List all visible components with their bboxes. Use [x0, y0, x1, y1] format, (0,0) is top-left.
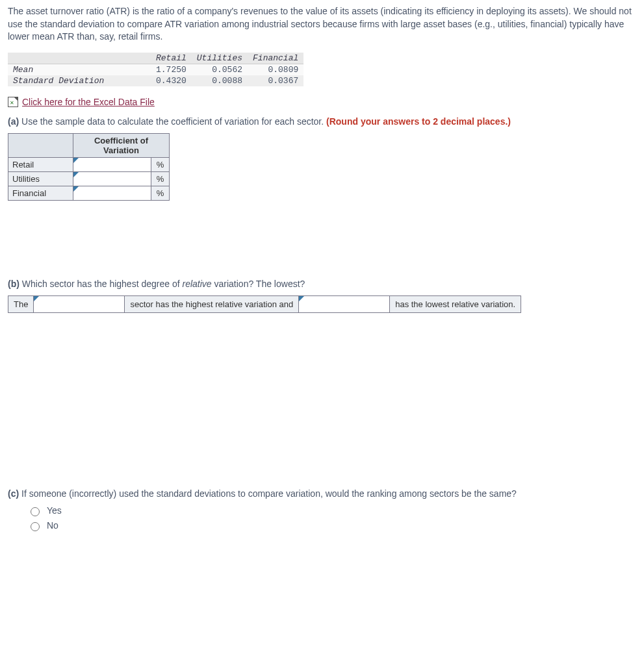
- part-c-radio-group: Yes No: [8, 505, 636, 531]
- sentence-tail: has the lowest relative variation.: [390, 295, 521, 312]
- cv-retail-input[interactable]: [73, 158, 151, 171]
- part-a-text: (a) Use the sample data to calculate the…: [8, 116, 636, 127]
- radio-no-input[interactable]: [31, 522, 40, 531]
- input-flag-icon: [73, 186, 79, 192]
- lowest-sector-input[interactable]: [299, 296, 389, 312]
- radio-yes-input[interactable]: [31, 507, 40, 516]
- cv-answer-table: Coefficient of Variation Retail % Utilit…: [8, 133, 170, 201]
- part-c-label: (c): [8, 488, 19, 499]
- cv-financial-unit: %: [151, 186, 170, 200]
- highest-sector-input[interactable]: [34, 296, 124, 312]
- part-a-question: Use the sample data to calculate the coe…: [19, 116, 326, 127]
- cv-retail-unit: %: [151, 157, 170, 171]
- part-a-label: (a): [8, 116, 19, 127]
- radio-yes-row[interactable]: Yes: [27, 505, 636, 516]
- part-b-sentence-table: The sector has the highest relative vari…: [8, 295, 521, 313]
- data-mean-utilities: 0.0562: [192, 64, 248, 75]
- excel-data-link[interactable]: Click here for the Excel Data File: [8, 97, 155, 107]
- data-row-sd-label: Standard Deviation: [8, 75, 151, 86]
- part-a-instruction: (Round your answers to 2 decimal places.…: [326, 116, 511, 127]
- atr-data-table: Retail Utilities Financial Mean 1.7250 0…: [8, 53, 303, 86]
- radio-no-row[interactable]: No: [27, 520, 636, 531]
- cv-header: Coefficient of Variation: [73, 133, 170, 157]
- lowest-blank-cell: [299, 295, 390, 312]
- cv-financial-input[interactable]: [73, 186, 151, 200]
- part-c-block: (c) If someone (incorrectly) used the st…: [8, 488, 636, 531]
- cv-table-blank-header: [8, 133, 73, 157]
- sentence-lead: The: [8, 295, 34, 312]
- input-flag-icon: [34, 296, 39, 301]
- input-flag-icon: [73, 158, 79, 163]
- data-mean-retail: 1.7250: [151, 64, 192, 75]
- cv-row-retail-label: Retail: [8, 157, 73, 171]
- data-table-blank-header: [8, 53, 151, 64]
- cv-row-utilities-label: Utilities: [8, 171, 73, 186]
- cv-retail-input-cell: [73, 157, 151, 171]
- excel-link-text: Click here for the Excel Data File: [22, 97, 155, 107]
- cv-financial-input-cell: [73, 186, 151, 200]
- cv-utilities-input-cell: [73, 171, 151, 186]
- data-col-retail: Retail: [151, 53, 192, 64]
- part-b-label: (b): [8, 279, 19, 289]
- part-b-italic: relative: [182, 279, 211, 289]
- part-b-text: (b) Which sector has the highest degree …: [8, 279, 636, 289]
- data-col-utilities: Utilities: [192, 53, 248, 64]
- input-flag-icon: [299, 296, 304, 301]
- part-c-question: If someone (incorrectly) used the standa…: [19, 488, 517, 499]
- data-row-mean-label: Mean: [8, 64, 151, 75]
- data-col-financial: Financial: [248, 53, 303, 64]
- part-a-block: (a) Use the sample data to calculate the…: [8, 116, 636, 201]
- radio-no-label: No: [47, 520, 58, 531]
- excel-file-icon: [8, 97, 18, 107]
- input-flag-icon: [73, 172, 79, 177]
- intro-paragraph: The asset turnover ratio (ATR) is the ra…: [8, 5, 636, 44]
- highest-blank-cell: [34, 295, 125, 312]
- part-c-text: (c) If someone (incorrectly) used the st…: [8, 488, 636, 499]
- cv-utilities-input[interactable]: [73, 172, 151, 186]
- part-b-before: Which sector has the highest degree of: [19, 279, 183, 289]
- part-b-after: variation? The lowest?: [212, 279, 305, 289]
- data-sd-retail: 0.4320: [151, 75, 192, 86]
- data-sd-financial: 0.0367: [248, 75, 303, 86]
- radio-yes-label: Yes: [47, 505, 62, 516]
- data-mean-financial: 0.0809: [248, 64, 303, 75]
- cv-utilities-unit: %: [151, 171, 170, 186]
- part-b-block: (b) Which sector has the highest degree …: [8, 279, 636, 313]
- data-sd-utilities: 0.0088: [192, 75, 248, 86]
- sentence-mid: sector has the highest relative variatio…: [125, 295, 299, 312]
- cv-row-financial-label: Financial: [8, 186, 73, 200]
